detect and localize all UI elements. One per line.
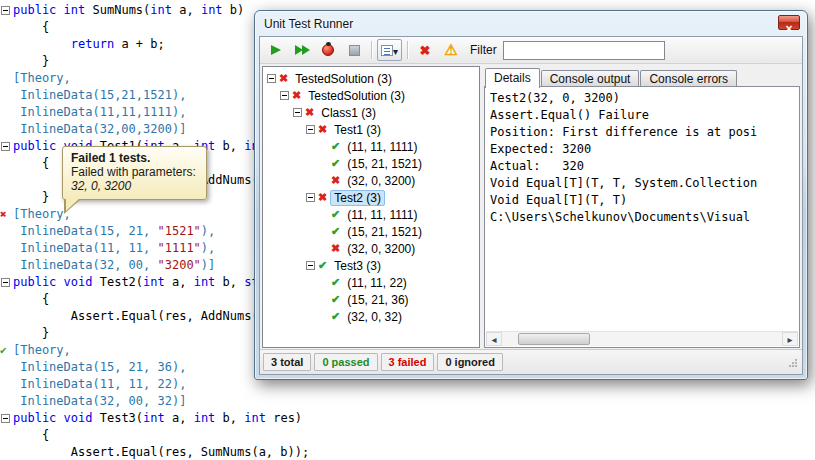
code-text: } — [13, 326, 49, 340]
close-button[interactable] — [778, 15, 800, 30]
details-text: Test2(32, 0, 3200)Assert.Equal() Failure… — [485, 87, 799, 229]
run-all-tests-button[interactable] — [290, 39, 314, 61]
filter-input[interactable] — [503, 41, 665, 60]
tree-item[interactable]: (32, 0, 3200) — [263, 172, 479, 189]
code-text: InlineData(32,00,3200)] — [13, 122, 186, 136]
title-bar[interactable]: Unit Test Runner — [255, 11, 807, 36]
fold-icon[interactable] — [1, 6, 10, 15]
tab-details[interactable]: Details — [485, 68, 540, 88]
code-text: } — [13, 54, 49, 68]
status-segment: 0 ignored — [437, 353, 503, 371]
tree-item[interactable]: Class1 (3) — [263, 104, 479, 121]
run-icon — [271, 45, 281, 55]
expander-icon[interactable] — [267, 74, 276, 83]
code-text: [Theory, — [13, 343, 71, 357]
code-text: InlineData(15, 21, 36), — [13, 360, 186, 374]
pass-icon — [331, 206, 340, 223]
tree-item[interactable]: (15, 21, 36) — [263, 291, 479, 308]
tree-item[interactable]: (11, 11, 22) — [263, 274, 479, 291]
code-text: } — [13, 190, 49, 204]
tree-item[interactable]: (32, 0, 32) — [263, 308, 479, 325]
unit-test-runner-window: Unit Test Runner Filter TestedSolution (… — [254, 10, 808, 380]
fail-icon — [305, 104, 314, 121]
tree-item-label: (15, 21, 36) — [343, 292, 412, 308]
tree-item-label: (32, 0, 3200) — [343, 241, 419, 257]
expander-icon[interactable] — [306, 193, 315, 202]
filter-label: Filter — [470, 43, 497, 57]
expander-icon[interactable] — [306, 125, 315, 134]
status-segment: 3 failed — [381, 353, 435, 371]
code-text: Assert.Equal(res, SumNums(a, b)); — [13, 445, 309, 459]
status-bar: 3 total0 passed3 failed0 ignored — [260, 349, 802, 374]
tab-console-output[interactable]: Console output — [541, 70, 640, 87]
tooltip-title: Failed 1 tests. — [71, 151, 196, 165]
tree-item-label: Class1 (3) — [317, 105, 380, 121]
pass-icon — [331, 223, 340, 240]
window-client-area: Filter TestedSolution (3)TestedSolution … — [259, 36, 803, 375]
window-title: Unit Test Runner — [264, 17, 353, 31]
toolbar-separator — [407, 41, 408, 59]
tree-item[interactable]: TestedSolution (3) — [263, 87, 479, 104]
status-segment: 3 total — [263, 353, 311, 371]
code-text: { — [13, 20, 49, 34]
toolbar-separator — [371, 41, 372, 59]
fail-icon — [318, 121, 327, 138]
pass-icon — [331, 291, 340, 308]
scrollbar-thumb[interactable] — [518, 333, 590, 345]
tree-item[interactable]: Test2 (3) — [263, 189, 479, 206]
code-text: InlineData(15,21,1521), — [13, 88, 186, 102]
code-text: { — [13, 292, 49, 306]
tab-console-errors[interactable]: Console errors — [640, 70, 737, 87]
main-area: TestedSolution (3)TestedSolution (3)Clas… — [262, 66, 800, 348]
test-tree[interactable]: TestedSolution (3)TestedSolution (3)Clas… — [262, 66, 480, 348]
details-line: Assert.Equal() Failure — [490, 107, 794, 124]
pass-icon — [318, 257, 327, 274]
resize-grip-icon[interactable] — [788, 354, 798, 372]
expander-icon[interactable] — [280, 91, 289, 100]
fail-icon — [292, 87, 301, 104]
tree-item[interactable]: Test3 (3) — [263, 257, 479, 274]
fold-icon[interactable] — [1, 278, 10, 287]
chevron-down-icon — [393, 41, 398, 59]
fail-icon[interactable] — [0, 206, 7, 223]
fail-icon — [331, 240, 340, 257]
details-pane[interactable]: Test2(32, 0, 3200)Assert.Equal() Failure… — [484, 86, 800, 348]
stop-icon — [349, 45, 360, 56]
tree-item-label: (11, 11, 22) — [343, 275, 411, 291]
scrollbar-track[interactable] — [502, 332, 782, 346]
scroll-right-button[interactable] — [782, 332, 798, 346]
tree-item-label: Test1 (3) — [330, 122, 385, 138]
toolbar: Filter — [260, 37, 802, 64]
tree-item[interactable]: (32, 0, 3200) — [263, 240, 479, 257]
code-text: { — [13, 428, 49, 442]
pass-icon[interactable] — [0, 342, 7, 359]
details-line: Position: First difference is at posi — [490, 124, 794, 141]
debug-test-button[interactable] — [316, 39, 340, 61]
tree-item-label: Test3 (3) — [330, 258, 385, 274]
expander-icon[interactable] — [306, 261, 315, 270]
tree-item[interactable]: (11, 11, 1111) — [263, 206, 479, 223]
code-text: InlineData(32, 00, 32)] — [13, 394, 186, 408]
fold-icon[interactable] — [1, 142, 10, 151]
code-line: public void Test3(int a, int b, int res) — [0, 410, 815, 427]
tree-item[interactable]: (15, 21, 1521) — [263, 223, 479, 240]
show-failed-toggle[interactable] — [413, 39, 437, 61]
tree-item[interactable]: (11, 11, 1111) — [263, 138, 479, 155]
result-panel: DetailsConsole outputConsole errors Test… — [484, 66, 800, 348]
tree-item[interactable]: TestedSolution (3) — [263, 70, 479, 87]
tree-item-label: (15, 21, 1521) — [343, 156, 426, 172]
horizontal-scrollbar[interactable] — [486, 331, 798, 346]
show-warnings-toggle[interactable] — [439, 39, 463, 61]
warning-icon — [444, 41, 457, 59]
pass-icon — [331, 155, 340, 172]
run-test-button[interactable] — [264, 39, 288, 61]
tree-item[interactable]: (15, 21, 1521) — [263, 155, 479, 172]
stop-button[interactable] — [342, 39, 366, 61]
fold-icon[interactable] — [1, 414, 10, 423]
run-all-icon — [302, 45, 310, 55]
fail-icon — [279, 70, 288, 87]
expander-icon[interactable] — [293, 108, 302, 117]
tree-item[interactable]: Test1 (3) — [263, 121, 479, 138]
view-options-button[interactable] — [377, 39, 402, 61]
scroll-left-button[interactable] — [486, 332, 502, 346]
